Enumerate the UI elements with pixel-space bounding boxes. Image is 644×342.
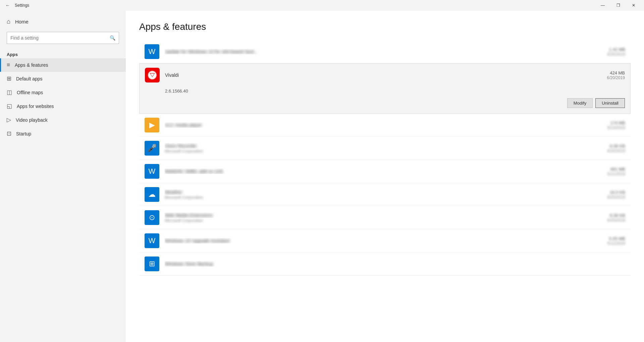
sidebar-label-apps-websites: Apps for websites: [17, 104, 54, 109]
app-item-header-app-weather[interactable]: ☁ Weather Microsoft Corporation 16.0 KB …: [139, 183, 631, 206]
home-label: Home: [15, 19, 29, 24]
app-item-app-vivaldi: Vivaldi 424 MB 6/20/2019 2.6.1566.40 Mod…: [139, 63, 631, 114]
app-item-app-web-media: ⊙ Web Media Extensions Microsoft Corpora…: [139, 206, 631, 229]
close-button[interactable]: ✕: [626, 0, 641, 11]
sidebar-icon-apps-websites: ◱: [7, 103, 12, 110]
app-meta-app-win10-upgrade: 5.05 MB 5/12/2019: [607, 236, 625, 246]
app-info-app-webdav: WebDAV SMB1 add-on (v0): [165, 169, 602, 174]
app-size-app-vivaldi: 424 MB: [607, 70, 625, 75]
app-info-app-vlc: VLC media player: [165, 122, 602, 128]
app-icon-app-windows-update: W: [145, 44, 159, 59]
sidebar-item-offline-maps[interactable]: ◫ Offline maps: [0, 86, 126, 99]
back-icon: ←: [5, 3, 10, 8]
app-icon-vivaldi: [145, 68, 160, 82]
app-info-app-weather: Weather Microsoft Corporation: [165, 189, 602, 200]
app-item-header-app-webdav[interactable]: W WebDAV SMB1 add-on (v0) 481 MB 5/11/20…: [139, 160, 631, 183]
app-icon-app-win10-upgrade: W: [145, 233, 159, 248]
app-date-app-webdav: 5/11/2019: [607, 172, 625, 176]
home-icon: ⌂: [7, 18, 10, 25]
search-input[interactable]: [10, 35, 110, 41]
app-item-app-weather: ☁ Weather Microsoft Corporation 16.0 KB …: [139, 183, 631, 206]
app-item-header-app-vlc[interactable]: ▶ VLC media player 174 MB 5/14/2019: [139, 114, 631, 136]
app-item-header-app-win-store[interactable]: ⊞ Windows Store Backup: [139, 252, 631, 275]
app-info-app-voice-recorder: Voice Recorder Microsoft Corporation: [165, 143, 602, 154]
app-size-app-vlc: 174 MB: [607, 120, 625, 125]
app-size-app-voice-recorder: 6.08 KB: [607, 144, 625, 149]
uninstall-button-app-vivaldi[interactable]: Uninstall: [595, 98, 625, 108]
app-size-app-webdav: 481 MB: [607, 167, 625, 172]
window-title: Settings: [15, 3, 595, 8]
sidebar-item-apps-websites[interactable]: ◱ Apps for websites: [0, 99, 126, 113]
app-info-app-win-store: Windows Store Backup: [165, 261, 620, 267]
sidebar-icon-default-apps: ⊞: [7, 75, 11, 82]
app-meta-app-vivaldi: 424 MB 6/20/2019: [607, 70, 625, 80]
app-icon-app-voice-recorder: 🎤: [145, 141, 159, 156]
minimize-button[interactable]: —: [595, 0, 610, 11]
sidebar-item-apps-features[interactable]: ≡ Apps & features: [0, 58, 126, 72]
app-body: ⌂ Home 🔍 Apps ≡ Apps & features ⊞ Defaul…: [0, 11, 644, 342]
sidebar-label-offline-maps: Offline maps: [17, 90, 43, 95]
app-size-app-win10-upgrade: 5.05 MB: [607, 236, 625, 241]
app-date-app-vivaldi: 6/20/2019: [607, 75, 625, 80]
sidebar-icon-video-playback: ▷: [7, 116, 11, 123]
app-name-app-voice-recorder: Voice Recorder: [165, 143, 197, 149]
app-actions-app-vivaldi: Modify Uninstall: [165, 98, 625, 108]
sidebar-item-startup[interactable]: ⊡ Startup: [0, 127, 126, 140]
app-icon-app-vlc: ▶: [145, 118, 159, 132]
window-controls: — ❐ ✕: [595, 0, 641, 11]
home-nav-item[interactable]: ⌂ Home: [0, 15, 126, 28]
search-box-container: 🔍: [0, 28, 126, 49]
app-name-app-win10-upgrade: Windows 10 Upgrade Assistant: [165, 238, 230, 243]
content-area: Apps & features W Update for Windows 10 …: [126, 11, 644, 342]
sidebar-item-default-apps[interactable]: ⊞ Default apps: [0, 72, 126, 86]
sidebar-item-video-playback[interactable]: ▷ Video playback: [0, 113, 126, 127]
back-button[interactable]: ←: [3, 0, 13, 10]
sidebar-label-startup: Startup: [16, 131, 31, 136]
app-name-app-vlc: VLC media player: [165, 122, 202, 128]
app-version-app-vivaldi: 2.6.1566.40: [165, 89, 625, 94]
app-date-app-windows-update: 6/20/2019: [607, 52, 625, 57]
app-name-app-webdav: WebDAV SMB1 add-on (v0): [165, 169, 223, 174]
sidebar-icon-offline-maps: ◫: [7, 89, 12, 96]
app-icon-app-webdav: W: [145, 164, 159, 179]
app-size-app-web-media: 6.08 KB: [607, 213, 625, 218]
sidebar-section-label: Apps: [0, 49, 126, 58]
search-box[interactable]: 🔍: [7, 32, 119, 44]
app-icon-app-weather: ☁: [145, 187, 159, 202]
app-name-app-web-media: Web Media Extensions: [165, 213, 213, 218]
sidebar-label-apps-features: Apps & features: [15, 62, 48, 68]
app-item-header-app-vivaldi[interactable]: Vivaldi 424 MB 6/20/2019: [140, 64, 630, 87]
app-meta-app-vlc: 174 MB 5/14/2019: [607, 120, 625, 130]
sidebar-label-default-apps: Default apps: [16, 76, 43, 81]
app-item-header-app-windows-update[interactable]: W Update for Windows 10 for x64-based Sy…: [139, 40, 631, 63]
app-meta-app-voice-recorder: 6.08 KB 6/20/2019: [607, 144, 625, 153]
sidebar-items: ≡ Apps & features ⊞ Default apps ◫ Offli…: [0, 58, 126, 140]
sidebar-icon-startup: ⊡: [7, 130, 11, 137]
app-name-app-weather: Weather: [165, 189, 182, 195]
app-info-app-vivaldi: Vivaldi: [165, 72, 602, 78]
app-size-app-windows-update: 1.42 MB: [607, 47, 625, 52]
modify-button-app-vivaldi[interactable]: Modify: [567, 98, 593, 108]
restore-button[interactable]: ❐: [610, 0, 626, 11]
app-item-app-win10-upgrade: W Windows 10 Upgrade Assistant 5.05 MB 5…: [139, 229, 631, 252]
app-meta-app-windows-update: 1.42 MB 6/20/2019: [607, 47, 625, 57]
app-item-header-app-win10-upgrade[interactable]: W Windows 10 Upgrade Assistant 5.05 MB 5…: [139, 229, 631, 252]
app-icon-app-win-store: ⊞: [145, 256, 159, 271]
app-name-app-windows-update: Update for Windows 10 for x64-based Syst…: [165, 49, 258, 54]
app-item-app-voice-recorder: 🎤 Voice Recorder Microsoft Corporation 6…: [139, 137, 631, 160]
title-bar: ← Settings — ❐ ✕: [0, 0, 644, 11]
app-item-header-app-voice-recorder[interactable]: 🎤 Voice Recorder Microsoft Corporation 6…: [139, 137, 631, 160]
sidebar-label-video-playback: Video playback: [16, 117, 48, 123]
app-item-header-app-web-media[interactable]: ⊙ Web Media Extensions Microsoft Corpora…: [139, 206, 631, 229]
app-info-app-win10-upgrade: Windows 10 Upgrade Assistant: [165, 238, 602, 243]
app-date-app-voice-recorder: 6/20/2019: [607, 149, 625, 153]
app-date-app-vlc: 5/14/2019: [607, 125, 625, 130]
app-publisher-app-web-media: Microsoft Corporation: [165, 218, 602, 223]
app-info-app-web-media: Web Media Extensions Microsoft Corporati…: [165, 213, 602, 223]
app-meta-app-web-media: 6.08 KB 6/20/2019: [607, 213, 625, 223]
app-list: W Update for Windows 10 for x64-based Sy…: [139, 40, 631, 276]
app-expanded-app-vivaldi: 2.6.1566.40 Modify Uninstall: [140, 87, 630, 113]
search-icon: 🔍: [110, 35, 115, 41]
app-size-app-weather: 16.0 KB: [607, 190, 625, 195]
app-date-app-web-media: 6/20/2019: [607, 218, 625, 223]
